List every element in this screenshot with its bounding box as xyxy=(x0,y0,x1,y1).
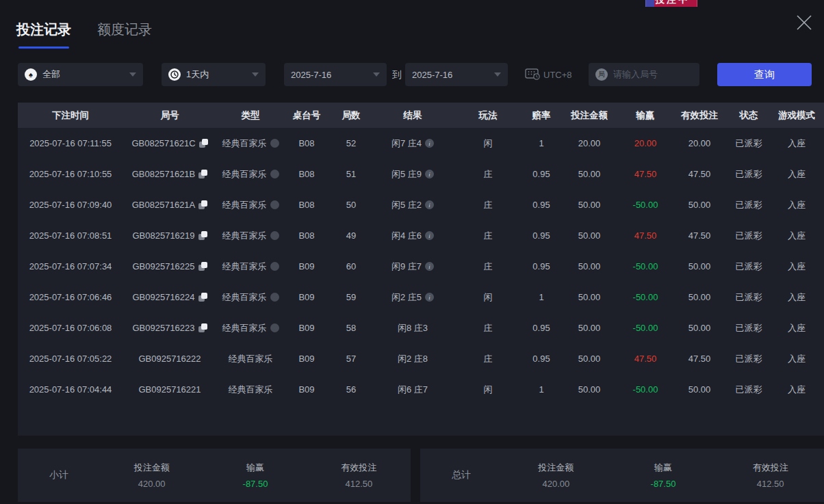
result-cell: 闲5 庄2i xyxy=(374,199,452,211)
valid-bet-cell: 50.00 xyxy=(671,384,728,395)
table-number-cell: B08 xyxy=(285,230,329,241)
round-number-cell: 51 xyxy=(329,169,374,179)
bet-amount-cell: 50.00 xyxy=(558,323,620,333)
copy-icon[interactable] xyxy=(198,231,207,240)
date-from-picker[interactable]: 2025-7-16 xyxy=(284,63,387,86)
copy-icon[interactable] xyxy=(198,293,207,302)
game-type-cell: 经典百家乐 xyxy=(216,168,285,181)
close-icon[interactable] xyxy=(794,12,814,33)
column-header-1: 局号 xyxy=(123,109,216,122)
valid-bet-cell: 47.50 xyxy=(671,230,728,241)
status-cell: 已派彩 xyxy=(728,322,769,334)
subtotal-panel: 小计 投注金额 420.00 输赢 -87.50 有效投注 412.50 xyxy=(18,449,411,502)
game-mode-cell: 入座 xyxy=(769,199,824,211)
table-number-cell: B09 xyxy=(285,384,329,395)
bet-amount-cell: 50.00 xyxy=(558,384,620,395)
table-number-cell: B08 xyxy=(285,138,329,148)
round-number-input[interactable]: 局 请输入局号 xyxy=(589,63,699,86)
bet-time-cell: 2025-07-16 07:06:46 xyxy=(18,292,123,302)
table-number-cell: B09 xyxy=(285,354,329,364)
date-to-picker[interactable]: 2025-7-16 xyxy=(405,63,508,86)
tab-quota-records[interactable]: 额度记录 xyxy=(97,21,152,49)
play-type-cell: 闲 xyxy=(452,137,524,150)
bet-time-cell: 2025-07-16 07:06:08 xyxy=(18,323,123,333)
odds-cell: 0.95 xyxy=(524,169,558,179)
to-label: 到 xyxy=(392,63,402,86)
valid-bet-cell: 50.00 xyxy=(671,323,728,333)
round-id-cell: GB0925716223 xyxy=(123,323,216,333)
bet-time-cell: 2025-07-16 07:07:34 xyxy=(18,261,123,271)
table-row: 2025-07-16 07:07:34GB0925716225经典百家乐B096… xyxy=(18,251,824,282)
game-type-cell: 经典百家乐 xyxy=(216,137,285,150)
game-type-select[interactable]: ♠ 全部 xyxy=(18,63,143,86)
game-type-dot-icon xyxy=(270,323,279,332)
info-icon[interactable]: i xyxy=(425,293,434,302)
game-type-value: 全部 xyxy=(42,68,60,81)
status-cell: 已派彩 xyxy=(728,230,769,242)
game-mode-cell: 入座 xyxy=(769,261,824,273)
valid-bet-cell: 50.00 xyxy=(671,200,728,210)
result-cell: 闲5 庄9i xyxy=(374,168,452,181)
chevron-down-icon xyxy=(373,72,380,77)
tab-bet-records[interactable]: 投注记录 xyxy=(16,21,71,49)
valid-bet-cell: 47.50 xyxy=(671,354,728,364)
game-mode-cell: 入座 xyxy=(769,230,824,242)
copy-icon[interactable] xyxy=(198,323,207,332)
result-cell: 闲9 庄7i xyxy=(374,261,452,273)
copy-icon[interactable] xyxy=(198,262,207,271)
query-button[interactable]: 查询 xyxy=(717,63,812,86)
win-loss-cell: -50.00 xyxy=(620,292,671,302)
win-loss-cell: -50.00 xyxy=(620,323,671,333)
odds-cell: 0.95 xyxy=(524,354,558,364)
round-id-cell: GB0925716221 xyxy=(123,384,216,395)
column-header-2: 类型 xyxy=(216,109,285,122)
copy-icon[interactable] xyxy=(198,170,207,178)
subtotal-bet-amount: 投注金额 420.00 xyxy=(100,462,203,489)
result-cell: 闲6 庄7 xyxy=(374,384,452,396)
timezone-label: UTC+8 xyxy=(543,70,572,80)
subtotal-bet-amount-value: 420.00 xyxy=(100,479,203,489)
round-id-cell: GB0925716225 xyxy=(123,261,216,271)
info-icon[interactable]: i xyxy=(425,170,434,178)
bet-records-dialog: 投注中 投注记录 额度记录 ♠ 全部 1天内 xyxy=(0,0,824,504)
game-type-cell: 经典百家乐 xyxy=(216,322,285,334)
odds-cell: 0.95 xyxy=(524,323,558,333)
game-type-cell: 经典百家乐 xyxy=(216,384,285,396)
time-range-select[interactable]: 1天内 xyxy=(162,63,266,86)
round-number-cell: 50 xyxy=(329,200,374,210)
play-type-cell: 闲 xyxy=(452,384,524,396)
subtotal-valid-bet: 有效投注 412.50 xyxy=(307,462,411,489)
play-type-cell: 庄 xyxy=(452,353,524,365)
info-icon[interactable]: i xyxy=(425,139,434,148)
filter-bar: ♠ 全部 1天内 2025-7-16 到 2025-7-16 xyxy=(0,63,824,86)
time-range-value: 1天内 xyxy=(186,68,209,81)
info-icon[interactable]: i xyxy=(425,200,434,209)
result-cell: 闲2 庄5i xyxy=(374,291,452,304)
round-id-cell: GB082571621A xyxy=(123,200,216,210)
status-cell: 已派彩 xyxy=(728,291,769,304)
copy-icon[interactable] xyxy=(198,200,207,209)
table-number-cell: B09 xyxy=(285,261,329,271)
game-type-dot-icon xyxy=(270,231,279,240)
tab-bet-records-label: 投注记录 xyxy=(16,22,71,37)
game-type-dot-icon xyxy=(270,293,279,302)
column-header-5: 结果 xyxy=(374,109,452,122)
column-header-8: 投注金额 xyxy=(558,109,620,122)
bet-time-cell: 2025-07-16 07:09:40 xyxy=(18,200,123,210)
table-row: 2025-07-16 07:11:55GB082571621C经典百家乐B085… xyxy=(18,128,824,159)
table-row: 2025-07-16 07:10:55GB082571621B经典百家乐B085… xyxy=(18,159,824,189)
copy-icon[interactable] xyxy=(199,139,208,148)
info-icon[interactable]: i xyxy=(425,262,434,271)
valid-bet-cell: 20.00 xyxy=(671,138,728,148)
round-number-cell: 56 xyxy=(329,384,374,395)
bet-time-cell: 2025-07-16 07:11:55 xyxy=(18,138,123,148)
game-type-cell: 经典百家乐 xyxy=(216,199,285,211)
game-type-cell: 经典百家乐 xyxy=(216,353,285,365)
bet-time-cell: 2025-07-16 07:08:51 xyxy=(18,230,123,241)
odds-cell: 0.95 xyxy=(524,200,558,210)
total-panel: 总计 投注金额 420.00 输赢 -87.50 有效投注 412.50 xyxy=(420,449,824,502)
info-icon[interactable]: i xyxy=(425,231,434,240)
table-number-cell: B08 xyxy=(285,169,329,179)
round-number-cell: 59 xyxy=(329,292,374,302)
subtotal-winloss-label: 输赢 xyxy=(203,462,307,474)
